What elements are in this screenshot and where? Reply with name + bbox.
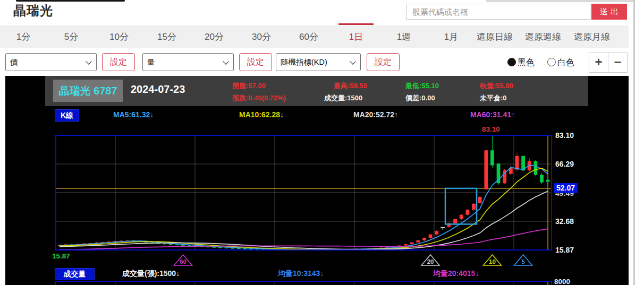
svg-text:60: 60 xyxy=(180,258,187,265)
chevron-down-icon xyxy=(223,58,228,64)
yaxis-83.10: 83.10 xyxy=(555,131,574,140)
tab-1min[interactable]: 1分 xyxy=(16,31,30,43)
theme-black-label: 黑色 xyxy=(518,57,535,68)
volume-indicator-value: 量 xyxy=(147,58,155,66)
zoom-out-button[interactable]: − xyxy=(608,53,628,73)
min-price-label: 15.87 xyxy=(52,252,70,260)
tab-1day[interactable]: 1日 xyxy=(349,31,363,43)
theme-radio-white[interactable] xyxy=(547,58,556,66)
last-price-tag: 52.07 xyxy=(554,183,578,193)
tab-1month[interactable]: 1月 xyxy=(444,31,458,43)
search-input[interactable] xyxy=(406,4,590,20)
chevron-down-icon xyxy=(86,58,91,64)
top-edge-fragment xyxy=(16,0,125,2)
zoom-in-button[interactable]: + xyxy=(589,53,608,73)
page-title: 晶瑞光 xyxy=(13,2,53,19)
price-indicator-value: 價 xyxy=(10,58,18,66)
oscillator-indicator-value: 隨機指標(KD) xyxy=(281,58,327,66)
top-right-sliver xyxy=(486,0,633,2)
tab-15min[interactable]: 15分 xyxy=(157,31,176,43)
config-button-volume[interactable]: 設定 xyxy=(239,53,272,71)
volume-axis-top-label: 8000 xyxy=(554,278,570,285)
candlestick-plot[interactable]: 6020105 xyxy=(5,76,629,285)
tab-20min[interactable]: 20分 xyxy=(205,31,224,43)
active-tab-indicator xyxy=(338,23,374,25)
yaxis-15.87: 15.87 xyxy=(555,246,574,254)
avg-volume-10-label: 均量10:3143↓ xyxy=(278,269,324,279)
tab-5min[interactable]: 5分 xyxy=(64,31,78,43)
tab-adjusted-monthly[interactable]: 還原月線 xyxy=(574,31,610,43)
volume-value-label: 成交量(張):1500↓ xyxy=(122,269,180,279)
volume-indicator-select[interactable]: 量 xyxy=(142,53,234,71)
tab-60min[interactable]: 60分 xyxy=(299,31,318,43)
svg-text:10: 10 xyxy=(489,258,496,265)
yaxis-66.29: 66.29 xyxy=(555,160,574,168)
avg-volume-20-label: 均量20:4015↓ xyxy=(433,269,479,279)
svg-text:5: 5 xyxy=(521,258,525,265)
submit-button[interactable]: 送出 xyxy=(591,4,627,20)
oscillator-indicator-select[interactable]: 隨機指標(KD) xyxy=(276,53,361,71)
theme-radio-black[interactable] xyxy=(507,58,516,66)
config-button-oscillator[interactable]: 設定 xyxy=(367,53,400,71)
config-button-price[interactable]: 設定 xyxy=(102,53,135,71)
yaxis-32.68: 32.68 xyxy=(555,217,574,226)
ma60-line xyxy=(60,229,548,249)
tab-30min[interactable]: 30分 xyxy=(252,31,271,43)
tab-adjusted-weekly[interactable]: 還原週線 xyxy=(525,31,561,43)
page-scrollbar[interactable] xyxy=(633,0,635,285)
tab-1week[interactable]: 1週 xyxy=(397,31,411,43)
period-tab-bar: 1分 5分 10分 15分 20分 30分 60分 1日 1週 1月 還原日線 … xyxy=(0,25,629,48)
price-indicator-select[interactable]: 價 xyxy=(5,53,97,71)
chevron-down-icon xyxy=(350,58,355,64)
volume-badge: 成交量 xyxy=(55,268,95,280)
theme-white-label: 白色 xyxy=(557,57,574,68)
kline-chart-panel: 晶瑞光 6787 2024-07-23 開盤:57.00 漲跌:0.40(0.7… xyxy=(5,76,629,285)
tab-adjusted-daily[interactable]: 還原日線 xyxy=(477,31,513,43)
tab-10min[interactable]: 10分 xyxy=(109,31,129,43)
svg-text:20: 20 xyxy=(427,258,434,265)
